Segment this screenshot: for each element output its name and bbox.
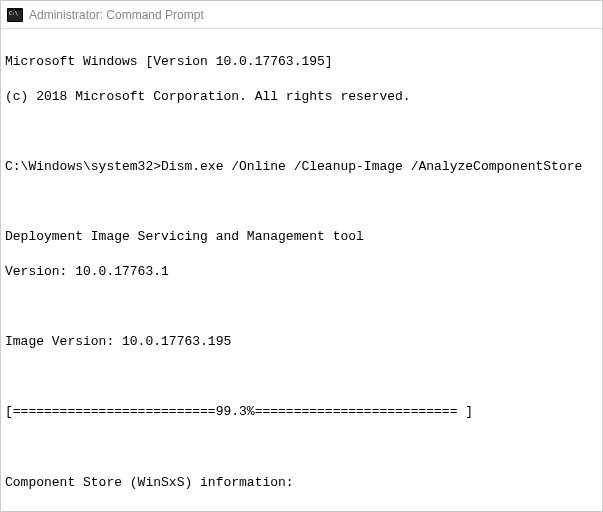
blank-line — [5, 193, 598, 211]
blank-line — [5, 298, 598, 316]
blank-line — [5, 123, 598, 141]
console-output[interactable]: Microsoft Windows [Version 10.0.17763.19… — [1, 29, 602, 512]
prompt: C:\Windows\system32> — [5, 159, 161, 174]
progress-bar: [==========================99.3%========… — [5, 403, 598, 421]
cmd-icon: C:\ — [7, 7, 23, 23]
copyright-line: (c) 2018 Microsoft Corporation. All righ… — [5, 88, 598, 106]
dism-version: Version: 10.0.17763.1 — [5, 263, 598, 281]
blank-line — [5, 439, 598, 457]
command: Dism.exe /Online /Cleanup-Image /Analyze… — [161, 159, 582, 174]
banner-line: Microsoft Windows [Version 10.0.17763.19… — [5, 53, 598, 71]
blank-line — [5, 368, 598, 386]
section-header: Component Store (WinSxS) information: — [5, 474, 598, 492]
svg-text:C:\: C:\ — [9, 10, 18, 16]
titlebar[interactable]: C:\ Administrator: Command Prompt — [1, 1, 602, 29]
dism-title: Deployment Image Servicing and Managemen… — [5, 228, 598, 246]
image-version: Image Version: 10.0.17763.195 — [5, 333, 598, 351]
window-title: Administrator: Command Prompt — [29, 8, 204, 22]
prompt-line: C:\Windows\system32>Dism.exe /Online /Cl… — [5, 158, 598, 176]
